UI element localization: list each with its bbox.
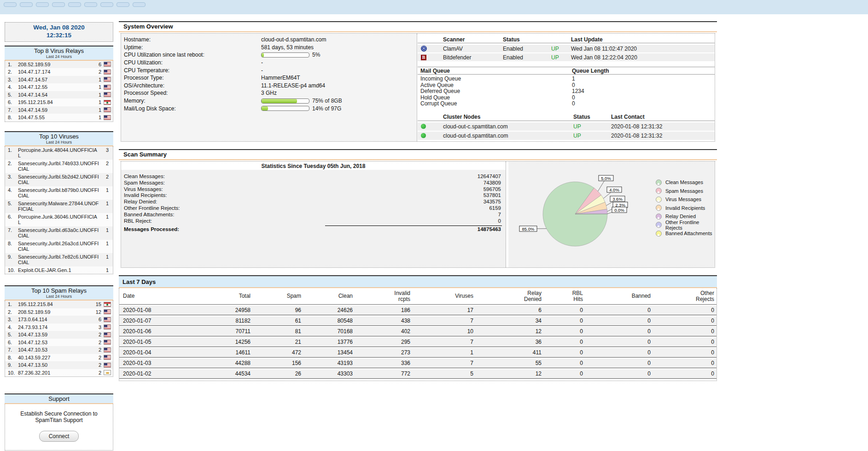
last-update-col-header: Last Update	[571, 36, 715, 43]
relay-ip[interactable]: 208.52.189.59	[18, 309, 94, 315]
relay-ip[interactable]: 87.236.32.201	[18, 370, 94, 376]
virus-row: 1. Porcupine.Junk.48044.UNOFFICIAL 3	[5, 146, 113, 160]
relay-count: 2	[94, 355, 101, 361]
relay-count: 6	[94, 317, 101, 323]
virus-name[interactable]: Sanesecurity.Jurlbl.5b2d42.UNOFFICIAL	[18, 174, 101, 185]
relay-ip[interactable]: 104.47.13.50	[18, 362, 94, 368]
scan-summary-row: Relay Denied: 343575	[121, 199, 506, 205]
nav-tab[interactable]	[36, 2, 49, 7]
overview-row: OS/Architecture: 11.1-RELEASE-p4 amd64	[124, 82, 417, 90]
table-cell: 2020-01-08	[119, 306, 202, 315]
virus-name[interactable]: Sanesecurity.Jurlbl.26a3cd.UNOFFICIAL	[18, 241, 101, 252]
relay-ip[interactable]: 104.47.17.174	[18, 69, 94, 75]
relay-ip[interactable]: 24.73.93.174	[18, 324, 94, 330]
nav-tab[interactable]	[68, 2, 81, 7]
progress-bar-label: 5%	[312, 52, 320, 58]
scan-summary-rows: Clean Messages: 12647407 Spam Messages: …	[121, 170, 506, 224]
table-row: 2020-01-05142562113776295736000	[119, 337, 717, 347]
view-tab[interactable]	[167, 284, 178, 287]
table-cell: 44534	[202, 369, 253, 379]
relay-ip[interactable]: 104.47.13.59	[18, 332, 94, 338]
virus-name[interactable]: Sanesecurity.Jurlbl.d63a0c.UNOFFICIAL	[18, 227, 101, 239]
scanner-name: Bitdefender	[443, 54, 503, 61]
country-flag-icon	[104, 107, 111, 112]
legend-wedge-icon	[656, 214, 662, 220]
nav-tab[interactable]	[52, 2, 65, 7]
view-tab[interactable]	[184, 284, 195, 287]
table-cell: 438	[355, 316, 413, 326]
cluster-node-row: cloud-out-c.spamtitan.com UP 2020-01-08 …	[418, 122, 715, 131]
node-last-contact: 2020-01-08 12:31:32	[611, 123, 715, 130]
clock: Wed, Jan 08 2020 12:32:15	[5, 22, 113, 42]
mail-queue-title: Mail Queue	[418, 68, 572, 74]
overview-label: CPU Utilization since last reboot:	[124, 52, 261, 58]
table-cell: 772	[355, 369, 413, 379]
relay-count: 2	[94, 347, 101, 353]
spam-relay-row: 6. 104.47.12.53 2	[5, 339, 113, 347]
table-cell: 2020-01-06	[119, 327, 202, 336]
queue-length-header: Queue Length	[572, 68, 715, 74]
node-hostname[interactable]: cloud-out-d.spamtitan.com	[443, 133, 573, 139]
cluster-last-contact-header: Last Contact	[611, 114, 715, 120]
relay-ip[interactable]: 104.47.5.55	[18, 115, 94, 121]
table-cell: 0	[585, 348, 653, 358]
overview-label: Mail/Log Disk Space:	[124, 105, 261, 112]
support-header: Support	[5, 394, 113, 404]
relay-ip[interactable]: 104.47.12.55	[18, 84, 94, 90]
country-flag-icon	[104, 355, 111, 360]
relay-ip[interactable]: 104.47.14.59	[18, 107, 94, 113]
nav-tab[interactable]	[4, 2, 17, 7]
nav-tab[interactable]	[117, 2, 129, 7]
legend-row: Spam Messages	[656, 187, 715, 196]
column-header: Spam	[253, 293, 303, 299]
relay-ip[interactable]: 40.143.59.227	[18, 355, 94, 361]
table-cell: 295	[355, 337, 413, 347]
scan-summary-row: Spam Messages: 743809	[121, 180, 506, 186]
relay-ip[interactable]: 104.47.14.57	[18, 77, 94, 83]
queue-length: 1234	[572, 88, 715, 94]
relay-ip[interactable]: 208.52.189.59	[18, 62, 94, 68]
row-rank: 6.	[8, 214, 18, 220]
table-cell: 0	[585, 358, 653, 368]
relay-ip[interactable]: 104.47.12.53	[18, 340, 94, 346]
column-header: Viruses	[413, 293, 476, 299]
virus-name[interactable]: Sanesecurity.Jurlbl.b879b0.UNOFFICIAL	[18, 187, 101, 199]
virus-name[interactable]: Porcupine.Junk.36046.UNOFFICIAL	[18, 214, 101, 226]
row-rank: 5.	[8, 201, 18, 207]
node-hostname[interactable]: cloud-out-c.spamtitan.com	[443, 123, 573, 130]
relay-ip[interactable]: 104.47.10.53	[18, 347, 94, 353]
stat-value: 343575	[484, 199, 506, 205]
virus-name[interactable]: Porcupine.Junk.48044.UNOFFICIAL	[18, 147, 101, 159]
table-cell: 0	[544, 306, 585, 315]
virus-name[interactable]: Sanesecurity.Malware.27844.UNOFFICIAL	[18, 201, 101, 212]
table-cell: 34	[476, 316, 544, 326]
virus-name[interactable]: Sanesecurity.Jurlbl.7e82c6.UNOFFICIAL	[18, 254, 101, 266]
relay-ip[interactable]: 195.112.215.84	[18, 99, 94, 105]
spam-relay-row: 1. 195.112.215.84 15	[5, 301, 113, 308]
table-cell: 0	[544, 369, 585, 379]
virus-name[interactable]: Sanesecurity.Jurlbl.74b933.UNOFFICIAL	[18, 161, 101, 172]
row-rank: 4.	[8, 84, 18, 90]
table-cell: 81	[253, 327, 303, 336]
column-header: Relay Denied	[476, 290, 544, 302]
spam-relays-header: Top 10 Spam Relays Last 24 Hours	[5, 286, 113, 301]
overview-bar: 5%	[261, 52, 320, 58]
virus-row: 8. Sanesecurity.Jurlbl.26a3cd.UNOFFICIAL…	[5, 240, 113, 253]
relay-ip[interactable]: 104.47.14.54	[18, 92, 94, 98]
nav-tab[interactable]	[100, 2, 113, 7]
stat-label: RBL Reject:	[121, 218, 152, 225]
nav-tab[interactable]	[20, 2, 33, 7]
overview-label: CPU Temperature:	[124, 67, 261, 74]
cluster-node-row: cloud-out-d.spamtitan.com UP 2020-01-08 …	[418, 132, 715, 140]
relay-count: 2	[94, 340, 101, 346]
nav-tab[interactable]	[133, 2, 146, 7]
relay-ip[interactable]: 173.0.64.114	[18, 317, 94, 323]
pie-legend: Clean Messages Spam Messages Virus Messa…	[656, 178, 715, 238]
virus-name[interactable]: Exploit.OLE-JAR.Gen.1	[18, 267, 101, 273]
connect-button[interactable]: Connect	[39, 431, 79, 442]
table-cell: 0	[653, 337, 717, 347]
stat-label: Relay Denied:	[121, 199, 157, 205]
row-rank: 2.	[8, 309, 18, 315]
relay-ip[interactable]: 195.112.215.84	[18, 301, 94, 307]
nav-tab[interactable]	[84, 2, 97, 7]
